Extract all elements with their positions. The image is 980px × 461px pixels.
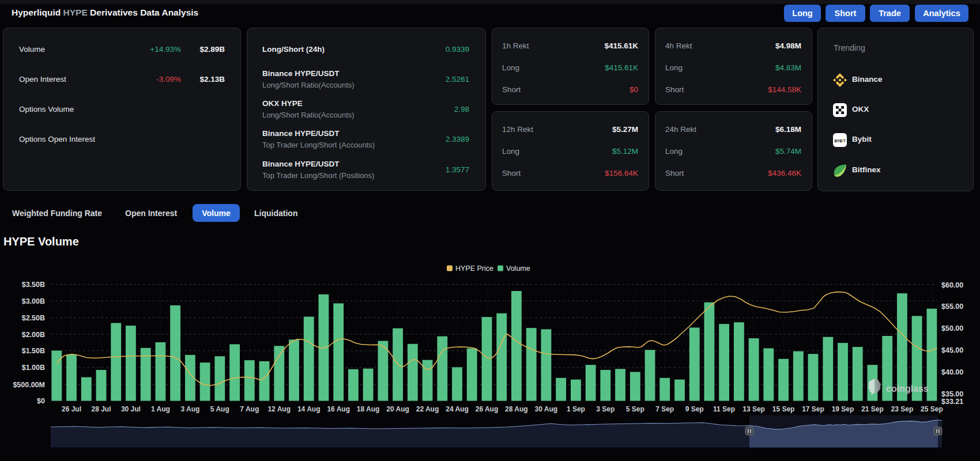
svg-text:12 Aug: 12 Aug: [267, 405, 291, 413]
svg-text:13 Sep: 13 Sep: [742, 405, 765, 413]
svg-text:26 Aug: 26 Aug: [476, 405, 499, 413]
svg-text:15 Sep: 15 Sep: [772, 405, 795, 413]
svg-text:$60.00: $60.00: [941, 281, 963, 289]
svg-text:$35.00: $35.00: [941, 390, 963, 398]
svg-text:19 Sep: 19 Sep: [832, 405, 854, 413]
svg-text:$1.00B: $1.00B: [22, 364, 45, 372]
svg-text:30 Aug: 30 Aug: [535, 405, 558, 413]
svg-text:25 Sep: 25 Sep: [921, 405, 943, 413]
svg-text:9 Sep: 9 Sep: [685, 405, 704, 413]
svg-text:$500.00M: $500.00M: [13, 381, 45, 389]
svg-text:30 Jul: 30 Jul: [121, 405, 141, 413]
svg-text:$2.50B: $2.50B: [22, 314, 45, 322]
svg-text:18 Aug: 18 Aug: [357, 405, 380, 413]
svg-text:$1.50B: $1.50B: [22, 347, 45, 355]
svg-text:11 Sep: 11 Sep: [713, 405, 735, 413]
svg-text:$40.00: $40.00: [941, 368, 963, 376]
svg-text:1 Aug: 1 Aug: [151, 405, 170, 413]
svg-text:$50.00: $50.00: [941, 324, 963, 332]
svg-text:$2.00B: $2.00B: [22, 331, 45, 339]
svg-text:$3.00B: $3.00B: [22, 297, 45, 305]
svg-text:HYPE Price: HYPE Price: [455, 264, 493, 273]
svg-text:20 Aug: 20 Aug: [386, 405, 409, 413]
svg-text:$55.00: $55.00: [941, 303, 963, 311]
svg-text:3 Sep: 3 Sep: [596, 405, 615, 413]
svg-text:7 Aug: 7 Aug: [240, 405, 259, 413]
svg-text:$45.00: $45.00: [941, 346, 963, 354]
svg-text:5 Aug: 5 Aug: [210, 405, 229, 413]
svg-text:28 Aug: 28 Aug: [505, 405, 528, 413]
svg-text:Volume: Volume: [506, 264, 530, 273]
svg-text:7 Sep: 7 Sep: [655, 405, 674, 413]
svg-text:1 Sep: 1 Sep: [567, 405, 585, 413]
svg-text:$33.21: $33.21: [941, 398, 963, 406]
svg-text:5 Sep: 5 Sep: [626, 405, 644, 413]
svg-text:22 Aug: 22 Aug: [416, 405, 439, 413]
svg-text:$0: $0: [37, 397, 45, 405]
svg-text:coinglass: coinglass: [886, 384, 929, 394]
svg-text:14 Aug: 14 Aug: [297, 405, 321, 413]
svg-text:$3.50B: $3.50B: [22, 281, 45, 289]
svg-text:21 Sep: 21 Sep: [861, 405, 884, 413]
svg-text:28 Jul: 28 Jul: [91, 405, 111, 413]
svg-text:24 Aug: 24 Aug: [446, 405, 469, 413]
svg-text:16 Aug: 16 Aug: [327, 405, 350, 413]
svg-text:23 Sep: 23 Sep: [891, 405, 914, 413]
svg-text:3 Aug: 3 Aug: [180, 405, 199, 413]
svg-text:26 Jul: 26 Jul: [62, 405, 81, 413]
svg-text:17 Sep: 17 Sep: [802, 405, 824, 413]
